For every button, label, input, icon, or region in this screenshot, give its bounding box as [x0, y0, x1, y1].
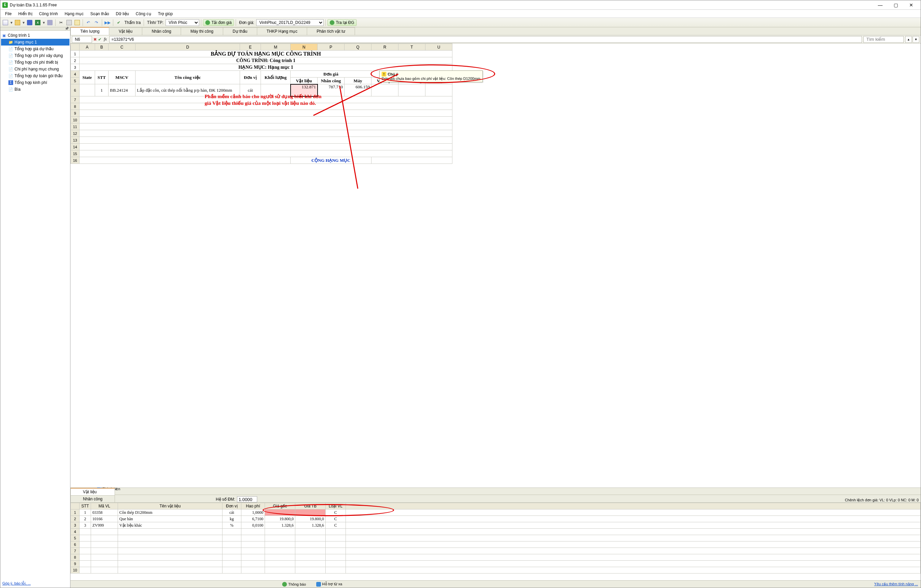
menu-trợ giúp[interactable]: Trợ giúp	[155, 10, 176, 17]
col-header[interactable]: D	[135, 44, 240, 50]
bhdr[interactable]: Đơn vị	[223, 503, 241, 510]
relookup-price-button[interactable]: Tra lại ĐG	[327, 19, 357, 26]
tab-0[interactable]: Tiên lượng	[70, 27, 109, 35]
row-header[interactable]: 6	[71, 84, 80, 96]
bcell[interactable]	[295, 510, 325, 516]
bcell[interactable]	[80, 561, 91, 567]
tree-item[interactable]: 📄Chi phí hạng mục chung	[1, 66, 70, 72]
row-header[interactable]: 2	[71, 57, 80, 64]
row-header[interactable]: 9	[71, 561, 80, 567]
cell[interactable]	[371, 157, 452, 164]
bcell[interactable]	[265, 548, 295, 554]
bcell[interactable]	[80, 541, 91, 548]
cancel-formula-icon[interactable]: ✖	[93, 37, 97, 42]
bcell[interactable]	[118, 554, 223, 561]
tree-item[interactable]: 📄Tổng hợp chi phí xây dựng	[1, 52, 70, 59]
row-header[interactable]: 14	[71, 143, 80, 150]
bcell[interactable]	[223, 567, 241, 573]
bcell[interactable]: %	[223, 522, 241, 529]
bcell[interactable]	[346, 561, 921, 567]
bcell[interactable]: 19.800,0	[265, 516, 295, 522]
menu-dữ liệu[interactable]: Dữ liệu	[112, 10, 132, 17]
cell[interactable]	[80, 143, 452, 150]
status-notify[interactable]: Thông báo	[288, 582, 306, 586]
cell[interactable]	[80, 84, 95, 96]
bcell[interactable]	[346, 541, 921, 548]
cell[interactable]	[80, 103, 452, 110]
menu-hạng mục[interactable]: Hạng mục	[61, 10, 87, 17]
bcell[interactable]: cái	[223, 510, 241, 516]
bcell[interactable]	[325, 548, 346, 554]
row-header[interactable]: 8	[71, 103, 80, 110]
bcell[interactable]	[118, 535, 223, 541]
bcell[interactable]: Que hàn	[118, 516, 223, 522]
cell[interactable]	[80, 96, 452, 103]
thamtra-label[interactable]: Thẩm tra	[123, 20, 142, 25]
bcell[interactable]	[91, 535, 118, 541]
bcell[interactable]	[295, 561, 325, 567]
bcell[interactable]	[241, 541, 265, 548]
bcell[interactable]	[295, 567, 325, 573]
bcell[interactable]: C	[325, 516, 346, 522]
bcell[interactable]	[325, 561, 346, 567]
row-header[interactable]: 3	[71, 64, 80, 71]
row-header[interactable]: 12	[71, 130, 80, 137]
cell[interactable]	[371, 84, 399, 96]
bcell[interactable]	[91, 561, 118, 567]
row-header[interactable]: 6	[71, 541, 80, 548]
cell[interactable]: Lắp đặt côn, cút thép nối bằng p/p hàn, …	[135, 84, 240, 96]
nav-up-icon[interactable]: ▲	[905, 36, 912, 43]
bcell[interactable]	[265, 554, 295, 561]
bcell[interactable]	[346, 510, 921, 516]
tab-5[interactable]: THKP Hạng mục	[257, 27, 307, 35]
bcell[interactable]	[295, 529, 325, 535]
bcell[interactable]	[223, 535, 241, 541]
tree-item[interactable]: 📁Hạng mục 1	[1, 39, 70, 46]
sidebar-pin[interactable]	[0, 27, 70, 31]
col-header[interactable]: R	[371, 44, 399, 50]
feedback-link[interactable]: Góp ý, báo lỗi, ...	[2, 581, 31, 585]
bcell[interactable]	[80, 554, 91, 561]
paste-icon[interactable]	[73, 19, 81, 26]
cell[interactable]	[399, 84, 425, 96]
menu-file[interactable]: File	[2, 10, 15, 17]
row-header[interactable]: 1	[71, 510, 80, 516]
bcell[interactable]	[295, 535, 325, 541]
bottom-sheet[interactable]: STT Mã VL Tên vật liệu Đơn vị Hao phí Gi…	[70, 503, 921, 580]
bcell[interactable]: 6,7100	[241, 516, 265, 522]
bcell[interactable]	[91, 567, 118, 573]
bcell[interactable]	[223, 561, 241, 567]
bcell[interactable]: 2	[80, 516, 91, 522]
redo-icon[interactable]: ↷	[93, 19, 100, 26]
col-header[interactable]: A	[80, 44, 95, 50]
corner-cell[interactable]	[71, 44, 80, 50]
cell[interactable]	[80, 110, 452, 117]
copy-icon[interactable]	[65, 19, 73, 26]
col-header[interactable]: Q	[345, 44, 371, 50]
main-sheet[interactable]: A B C D E M N P Q R T U 1BẢNG DỰ TOÁN HẠ…	[70, 44, 921, 487]
cell[interactable]	[80, 130, 452, 137]
bottom-tab-0[interactable]: Vật liệu	[70, 488, 115, 495]
bcell[interactable]	[346, 516, 921, 522]
bottom-tab-1[interactable]: Nhân công	[70, 495, 115, 502]
row-header[interactable]: 5	[71, 78, 80, 84]
bcell[interactable]: kg	[223, 516, 241, 522]
bcell[interactable]	[325, 535, 346, 541]
bcell[interactable]	[346, 522, 921, 529]
tab-1[interactable]: Vật liệu	[109, 27, 142, 35]
cell[interactable]	[261, 84, 291, 96]
bcell[interactable]	[241, 548, 265, 554]
bcell[interactable]	[91, 554, 118, 561]
accept-formula-icon[interactable]: ✔	[98, 37, 101, 42]
menu-hiển thị[interactable]: Hiển thị	[15, 10, 36, 17]
tree-item[interactable]: 📄Tổng hợp giá dự thầu	[1, 46, 70, 52]
tab-6[interactable]: Phân tích vật tư	[307, 27, 355, 35]
bcell[interactable]: 03358	[91, 510, 118, 516]
price-select[interactable]: VinhPhuc_2017LD_DG2249	[256, 19, 324, 26]
bhdr[interactable]: Loại VL	[325, 503, 346, 510]
tab-2[interactable]: Nhân công	[142, 27, 181, 35]
bcell[interactable]: Côn thép D1200mm	[118, 510, 223, 516]
bcell[interactable]	[295, 548, 325, 554]
row-header[interactable]: 10	[71, 567, 80, 573]
tree-item[interactable]: 📄Tổng hợp chi phí thiết bị	[1, 59, 70, 66]
